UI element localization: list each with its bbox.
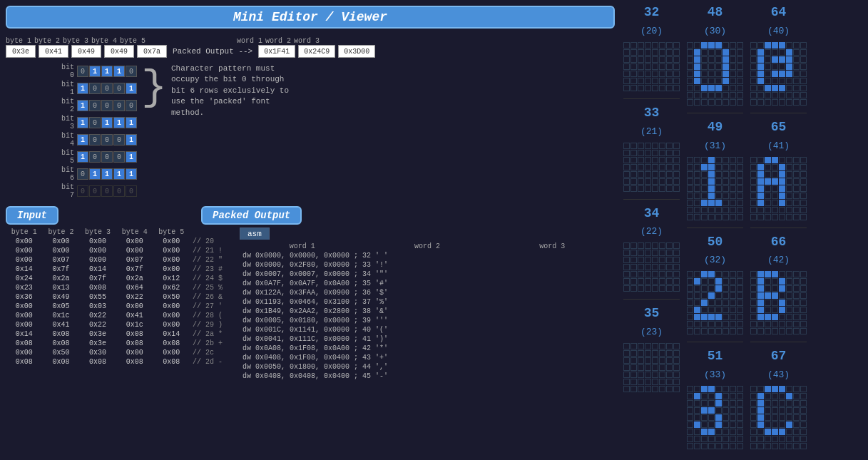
bit-cell-1-2[interactable]: 0 [101, 83, 113, 94]
bit-cell-4-3[interactable]: 0 [113, 134, 125, 145]
char-pixel-empty [623, 364, 630, 371]
word-val-3[interactable]: 0x3D00 [338, 45, 375, 58]
bit-cell-6-0[interactable]: 0 [77, 168, 88, 180]
char-pixel [800, 278, 807, 285]
char-pixel [694, 207, 700, 213]
bit-cell-2-0[interactable]: 1 [77, 100, 88, 111]
tab-asm[interactable]: asm [240, 228, 270, 240]
bit-cell-3-1[interactable]: 0 [89, 117, 101, 128]
char-pixel [715, 271, 722, 277]
bit-cell-6-1[interactable]: 1 [89, 168, 101, 180]
bit-cell-3-2[interactable]: 1 [101, 117, 113, 128]
bit-cell-7-4[interactable]: 0 [126, 185, 137, 197]
bit-cell-7-2[interactable]: 0 [101, 185, 113, 197]
char-pixel [687, 292, 693, 299]
bit-cell-5-1[interactable]: 0 [89, 151, 101, 163]
bit-cell-0-3[interactable]: 1 [113, 66, 125, 77]
char-pixel-empty [659, 386, 665, 392]
input-cell-8-5: // 28 ( [190, 311, 234, 320]
char-num-1-3: 51 [708, 349, 723, 364]
char-pixel-empty [659, 372, 665, 378]
char-pixel-empty [630, 264, 637, 270]
bit-row-label-1: bit 1 [54, 81, 74, 96]
bit-cell-1-0[interactable]: 1 [77, 83, 88, 94]
byte-val-2[interactable]: 0x41 [39, 45, 68, 58]
char-pixel [765, 164, 771, 170]
word-val-1[interactable]: 0x1F41 [258, 45, 295, 58]
bit-cell-7-3[interactable]: 0 [113, 185, 125, 197]
char-pixel-empty [659, 171, 665, 178]
byte-val-4[interactable]: 0x49 [104, 45, 134, 58]
bit-cell-4-1[interactable]: 0 [89, 134, 101, 145]
divider [623, 299, 680, 300]
char-sub-0-0: (20) [640, 26, 663, 36]
bit-cell-0-2[interactable]: 1 [101, 66, 113, 77]
bit-cell-4-2[interactable]: 0 [101, 134, 113, 145]
char-pixel [757, 443, 764, 449]
word-label-1: word 1 [237, 37, 262, 45]
bit-cell-5-2[interactable]: 0 [101, 151, 113, 163]
char-pixel-empty [645, 350, 651, 357]
bit-cell-6-4[interactable]: 1 [126, 168, 137, 180]
char-pixel-empty [645, 386, 651, 392]
bit-cell-2-1[interactable]: 0 [89, 100, 101, 111]
char-pixel-empty [666, 78, 673, 84]
bit-cell-1-1[interactable]: 0 [89, 83, 101, 94]
bit-cell-1-4[interactable]: 1 [126, 83, 137, 94]
char-pixel [772, 193, 778, 199]
char-pixel [694, 56, 700, 63]
char-pixel [687, 207, 693, 213]
char-pixel [793, 307, 800, 313]
char-pixel [701, 200, 708, 206]
bit-cell-4-4[interactable]: 1 [126, 134, 137, 145]
bit-cell-2-4[interactable]: 0 [126, 100, 137, 111]
byte-val-5[interactable]: 0x7a [137, 45, 167, 58]
char-pixel [723, 314, 729, 320]
output-cell-0: dw 0x0000, 0x0000, 0x0000 ; 32 ' ' [240, 251, 615, 260]
char-pixel-empty [673, 49, 680, 56]
bit-cell-0-4[interactable]: 0 [126, 66, 137, 77]
bit-cell-7-0[interactable]: 0 [77, 185, 88, 197]
char-pixel [793, 193, 800, 199]
char-pixel [750, 429, 757, 435]
bit-cell-5-0[interactable]: 1 [77, 151, 88, 163]
char-pixel-empty [659, 242, 665, 249]
bit-cell-2-3[interactable]: 0 [113, 100, 125, 111]
char-num-0-0: 32 [644, 6, 660, 20]
byte-val-3[interactable]: 0x49 [71, 45, 101, 58]
bit-cell-6-3[interactable]: 1 [113, 168, 125, 180]
input-cell-6-4: 0x50 [153, 292, 190, 302]
bit-cell-0-0[interactable]: 0 [77, 66, 88, 77]
char-pixel [694, 99, 700, 106]
char-pixel-empty [645, 171, 651, 178]
char-pixel-empty [623, 42, 630, 48]
bit-cell-5-4[interactable]: 1 [126, 151, 137, 163]
char-pixel [687, 314, 693, 320]
char-pixel-empty [659, 350, 665, 357]
char-pixel [779, 400, 785, 407]
bit-cell-7-1[interactable]: 0 [89, 185, 101, 197]
bit-cell-1-3[interactable]: 0 [113, 83, 125, 94]
char-pixel [765, 436, 771, 442]
char-pixel [757, 421, 764, 428]
word-val-2[interactable]: 0x24C9 [298, 45, 335, 58]
bit-cell-2-2[interactable]: 0 [101, 100, 113, 111]
bit-cell-3-0[interactable]: 1 [77, 117, 88, 128]
bit-cell-3-4[interactable]: 1 [126, 117, 137, 128]
char-pixel [757, 307, 764, 313]
byte-val-1[interactable]: 0x3e [6, 45, 36, 58]
bit-cell-6-2[interactable]: 1 [101, 168, 113, 180]
char-pixel-empty [666, 379, 673, 385]
bit-cell-0-1[interactable]: 1 [89, 66, 101, 77]
bit-cell-4-0[interactable]: 1 [77, 134, 88, 145]
char-pixel [786, 407, 792, 414]
bit-row-6: bit 601111 [54, 166, 137, 182]
char-pixel [723, 99, 729, 106]
char-pixel-empty [630, 350, 637, 357]
bit-cell-3-3[interactable]: 1 [113, 117, 125, 128]
bit-cell-5-3[interactable]: 0 [113, 151, 125, 163]
input-cell-9-0: 0x00 [6, 320, 43, 329]
char-pixel [757, 164, 764, 170]
input-row-2: 0x000x070x000x070x00// 22 " [6, 255, 234, 265]
char-pixel [730, 164, 736, 170]
